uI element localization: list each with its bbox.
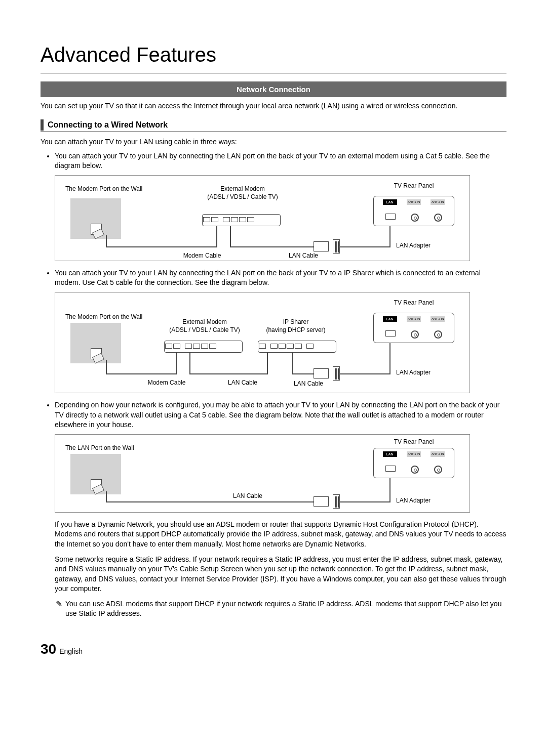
plug-icon — [314, 368, 329, 379]
label-lan-port-wall: The LAN Port on the Wall — [65, 444, 157, 452]
lan-port-label: LAN — [383, 316, 397, 322]
label-external-modem-sub: (ADSL / VDSL / Cable TV) — [159, 326, 250, 334]
coax-port-icon — [434, 466, 442, 474]
lan-port-label: LAN — [383, 199, 397, 205]
page-title: Advanced Features — [41, 40, 506, 73]
page-language: English — [59, 647, 83, 657]
label-modem-cable: Modem Cable — [172, 251, 232, 260]
label-tv-rear: TV Rear Panel — [373, 182, 454, 190]
bullet-item: You can attach your TV to your LAN by co… — [55, 151, 506, 171]
page-number: 30 — [41, 639, 56, 659]
rule — [41, 132, 506, 132]
label-lan-adapter: LAN Adapter — [396, 241, 447, 250]
plug-icon — [314, 241, 329, 251]
label-ip-sharer-sub: (having DHCP server) — [258, 326, 334, 334]
ant-label: ANT 2 IN — [431, 451, 445, 457]
bullet-item: You can attach your TV to your LAN by co… — [55, 268, 506, 288]
label-lan-cable: LAN Cable — [283, 380, 334, 388]
hdmi-port-icon — [385, 330, 396, 337]
diagram-2: The Modem Port on the Wall External Mode… — [55, 292, 470, 393]
coax-port-icon — [434, 214, 442, 222]
bullet-list: You can attach your TV to your LAN by co… — [41, 151, 506, 171]
label-external-modem: External Modem — [197, 185, 288, 193]
tv-rear-panel-icon: LANANT 1 INANT 2 IN — [373, 313, 454, 343]
lan-adapter-icon — [333, 239, 340, 254]
label-lan-cable: LAN Cable — [217, 492, 278, 500]
label-lan-cable: LAN Cable — [273, 251, 334, 260]
ant-label: ANT 2 IN — [431, 199, 445, 205]
label-modem-cable: Modem Cable — [136, 379, 197, 387]
label-modem-port-wall: The Modem Port on the Wall — [65, 313, 157, 321]
outro-para-1: If you have a Dynamic Network, you shoul… — [55, 520, 506, 550]
label-modem-port-wall: The Modem Port on the Wall — [65, 185, 157, 193]
intro-text: You can set up your TV so that it can ac… — [41, 101, 506, 111]
coax-port-icon — [411, 466, 419, 474]
note-icon: ✎ — [56, 599, 62, 619]
lan-adapter-icon — [333, 366, 340, 381]
label-lan-adapter: LAN Adapter — [396, 368, 447, 377]
coax-port-icon — [411, 330, 419, 339]
bullet-list: You can attach your TV to your LAN by co… — [41, 268, 506, 288]
diagram-3: The LAN Port on the Wall TV Rear Panel L… — [55, 434, 470, 513]
subsection-heading: Connecting to a Wired Network — [41, 119, 506, 131]
lead-in-text: You can attach your TV to your LAN using… — [41, 137, 506, 147]
label-tv-rear: TV Rear Panel — [373, 438, 454, 446]
coax-port-icon — [411, 214, 419, 222]
label-external-modem: External Modem — [159, 318, 250, 326]
wall-port-icon — [91, 348, 102, 359]
note-text: You can use ADSL modems that support DHC… — [65, 599, 506, 619]
wall-port-icon — [91, 224, 102, 235]
tv-rear-panel-icon: LANANT 1 INANT 2 IN — [373, 448, 454, 478]
ant-label: ANT 1 IN — [407, 199, 421, 205]
plug-icon — [314, 496, 329, 507]
modem-icon — [202, 214, 281, 226]
outro-para-2: Some networks require a Static IP addres… — [55, 555, 506, 594]
page-footer: 30 English — [41, 639, 506, 659]
ant-label: ANT 1 IN — [407, 451, 421, 457]
label-lan-cable: LAN Cable — [217, 379, 268, 387]
hdmi-port-icon — [385, 466, 396, 472]
note-block: ✎ You can use ADSL modems that support D… — [56, 599, 506, 619]
label-ip-sharer: IP Sharer — [258, 318, 334, 326]
label-external-modem-sub: (ADSL / VDSL / Cable TV) — [197, 193, 288, 201]
modem-icon — [164, 341, 243, 353]
ant-label: ANT 2 IN — [431, 316, 445, 322]
bullet-item: Depending on how your network is configu… — [55, 400, 506, 430]
hdmi-port-icon — [385, 214, 396, 220]
label-tv-rear: TV Rear Panel — [373, 299, 454, 307]
lan-adapter-icon — [333, 494, 340, 509]
wall-port-icon — [91, 479, 102, 490]
lan-port-label: LAN — [383, 451, 397, 457]
label-lan-adapter: LAN Adapter — [396, 496, 447, 505]
section-banner: Network Connection — [41, 81, 506, 97]
diagram-1: The Modem Port on the Wall External Mode… — [55, 175, 470, 261]
coax-port-icon — [434, 330, 442, 339]
bullet-list: Depending on how your network is configu… — [41, 400, 506, 430]
tv-rear-panel-icon: LANANT 1 INANT 2 IN — [373, 196, 454, 226]
ant-label: ANT 1 IN — [407, 316, 421, 322]
ip-sharer-icon — [258, 341, 336, 353]
